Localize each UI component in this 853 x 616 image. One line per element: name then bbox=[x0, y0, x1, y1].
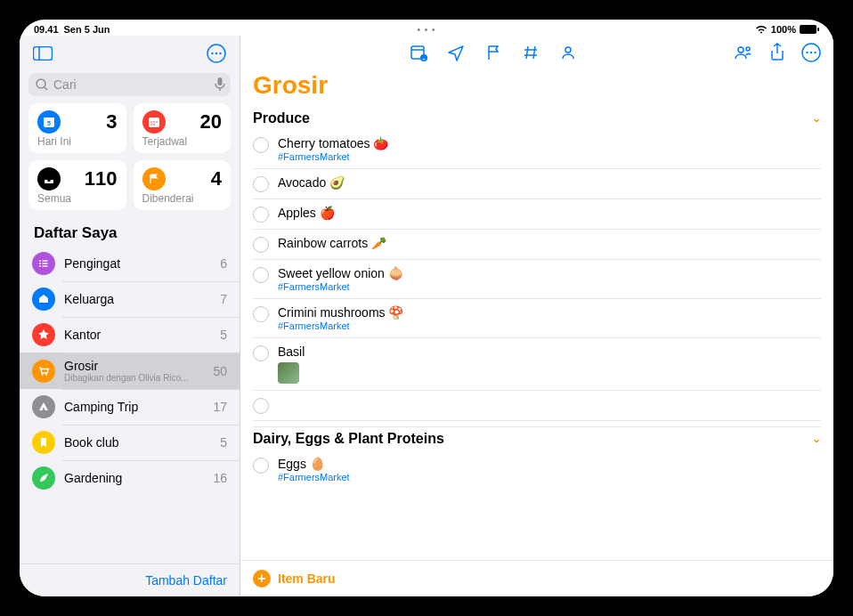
sidebar-list-bookclub[interactable]: Book club 5 bbox=[20, 425, 240, 460]
calendar-badge-button[interactable]: + bbox=[409, 43, 428, 62]
svg-point-42 bbox=[814, 52, 816, 53]
reminder-tag[interactable]: #FarmersMarket bbox=[278, 320, 821, 331]
reminder-checkbox[interactable] bbox=[253, 306, 269, 322]
list-icon bbox=[32, 252, 55, 275]
reminder-row[interactable]: Avocado 🥑 bbox=[253, 169, 821, 199]
flag-button[interactable] bbox=[483, 43, 503, 62]
reminder-row[interactable]: Basil bbox=[253, 338, 821, 391]
svg-line-32 bbox=[526, 46, 528, 59]
svg-text:5: 5 bbox=[47, 120, 51, 126]
svg-text:+: + bbox=[422, 56, 426, 61]
svg-point-40 bbox=[806, 52, 808, 53]
smart-label: Terjadwal bbox=[142, 135, 223, 148]
toolbar: + bbox=[240, 36, 833, 66]
cart-icon bbox=[32, 360, 55, 383]
multitask-indicator[interactable]: • • • bbox=[417, 25, 435, 35]
reminder-row[interactable]: Crimini mushrooms 🍄 #FarmersMarket bbox=[253, 299, 821, 338]
list-name: Pengingat bbox=[64, 256, 211, 271]
list-name: Camping Trip bbox=[64, 400, 204, 414]
smart-all[interactable]: 110 Semua bbox=[28, 160, 126, 210]
reminder-tag[interactable]: #FarmersMarket bbox=[278, 472, 821, 482]
person-button[interactable] bbox=[558, 43, 578, 62]
svg-point-26 bbox=[42, 374, 44, 376]
share-people-button[interactable] bbox=[734, 43, 753, 62]
smart-lists: 5 3 Hari Ini 20 Terjadwal bbox=[20, 103, 240, 217]
list-subtitle: Dibagikan dengan Olivia Rico... bbox=[64, 373, 204, 383]
status-bar: 09.41 Sen 5 Jun • • • 100% bbox=[20, 20, 833, 36]
sidebar-list-keluarga[interactable]: Keluarga 7 bbox=[20, 281, 240, 317]
plus-icon: + bbox=[253, 570, 271, 588]
reminder-tag[interactable]: #FarmersMarket bbox=[278, 151, 821, 162]
section-name: Dairy, Eggs & Plant Proteins bbox=[253, 431, 444, 447]
reminder-row-empty[interactable] bbox=[253, 391, 821, 421]
section-header-produce[interactable]: Produce ⌄ bbox=[249, 107, 833, 130]
svg-point-41 bbox=[810, 52, 812, 53]
smart-today[interactable]: 5 3 Hari Ini bbox=[28, 103, 126, 153]
sidebar-list-kantor[interactable]: Kantor 5 bbox=[20, 317, 240, 353]
more-button[interactable] bbox=[204, 41, 229, 66]
sidebar-list-gardening[interactable]: Gardening 16 bbox=[20, 460, 240, 496]
reminder-checkbox[interactable] bbox=[253, 176, 269, 192]
list-count: 50 bbox=[213, 364, 227, 378]
add-list-label: Tambah Daftar bbox=[145, 573, 227, 588]
reminder-checkbox[interactable] bbox=[253, 267, 269, 283]
smart-label: Semua bbox=[37, 192, 118, 205]
reminder-row[interactable]: Sweet yellow onion 🧅 #FarmersMarket bbox=[253, 260, 821, 299]
chevron-down-icon: ⌄ bbox=[812, 112, 821, 125]
location-button[interactable] bbox=[446, 43, 466, 62]
reminder-tag[interactable]: #FarmersMarket bbox=[278, 281, 821, 292]
reminder-title: Rainbow carrots 🥕 bbox=[278, 236, 821, 250]
house-icon bbox=[32, 288, 55, 311]
smart-scheduled[interactable]: 20 Terjadwal bbox=[134, 103, 232, 153]
tag-button[interactable] bbox=[521, 43, 540, 62]
new-item-label: Item Baru bbox=[278, 571, 336, 586]
section-name: Produce bbox=[253, 110, 310, 126]
reminder-row[interactable]: Rainbow carrots 🥕 bbox=[253, 230, 821, 260]
reminder-checkbox[interactable] bbox=[253, 137, 269, 153]
leaf-icon bbox=[32, 466, 55, 490]
svg-rect-25 bbox=[43, 265, 48, 266]
status-time: 09.41 bbox=[34, 24, 59, 35]
reminder-title: Eggs 🥚 bbox=[278, 457, 821, 471]
search-input[interactable] bbox=[53, 77, 209, 92]
sidebar-list-grosir[interactable]: Grosir Dibagikan dengan Olivia Rico... 5… bbox=[20, 353, 240, 389]
more-options-button[interactable] bbox=[801, 43, 821, 62]
svg-point-37 bbox=[738, 47, 743, 53]
reminder-row[interactable]: Apples 🍎 bbox=[253, 199, 821, 230]
star-icon bbox=[32, 323, 55, 346]
list-count: 16 bbox=[213, 471, 227, 485]
reminder-row[interactable]: Eggs 🥚 #FarmersMarket bbox=[253, 450, 821, 489]
share-button[interactable] bbox=[768, 43, 787, 62]
svg-point-24 bbox=[39, 265, 41, 267]
reminder-title: Basil bbox=[278, 344, 821, 359]
reminder-checkbox[interactable] bbox=[253, 237, 269, 253]
reminder-title: Avocado 🥑 bbox=[278, 175, 821, 190]
search-box[interactable] bbox=[28, 73, 231, 96]
reminder-title: Cherry tomatoes 🍅 bbox=[278, 136, 821, 150]
mic-icon[interactable] bbox=[215, 77, 225, 92]
svg-point-5 bbox=[211, 53, 213, 54]
tray-icon bbox=[37, 167, 61, 190]
svg-point-17 bbox=[156, 121, 158, 123]
reminder-image-thumbnail[interactable] bbox=[278, 362, 299, 384]
reminder-checkbox[interactable] bbox=[253, 207, 269, 223]
reminder-checkbox[interactable] bbox=[253, 345, 269, 361]
sidebar-toggle-button[interactable] bbox=[30, 41, 55, 66]
add-list-button[interactable]: Tambah Daftar bbox=[20, 563, 240, 596]
svg-rect-21 bbox=[43, 260, 48, 261]
section-header-dairy[interactable]: Dairy, Eggs & Plant Proteins ⌄ bbox=[249, 427, 833, 450]
reminder-title: Sweet yellow onion 🧅 bbox=[278, 266, 821, 280]
smart-label: Dibenderai bbox=[142, 192, 223, 205]
sidebar-list-camping[interactable]: Camping Trip 17 bbox=[20, 389, 240, 425]
svg-point-22 bbox=[39, 263, 41, 264]
list-name: Grosir bbox=[64, 359, 204, 373]
battery-text: 100% bbox=[771, 24, 796, 35]
reminder-checkbox[interactable] bbox=[253, 458, 269, 474]
svg-point-27 bbox=[45, 374, 47, 376]
reminder-row[interactable]: Cherry tomatoes 🍅 #FarmersMarket bbox=[253, 130, 821, 169]
sidebar-list-pengingat[interactable]: Pengingat 6 bbox=[20, 246, 240, 281]
flag-icon bbox=[142, 167, 166, 190]
reminder-checkbox[interactable] bbox=[253, 398, 269, 414]
new-item-button[interactable]: + Item Baru bbox=[240, 560, 833, 596]
smart-flagged[interactable]: 4 Dibenderai bbox=[134, 160, 232, 210]
